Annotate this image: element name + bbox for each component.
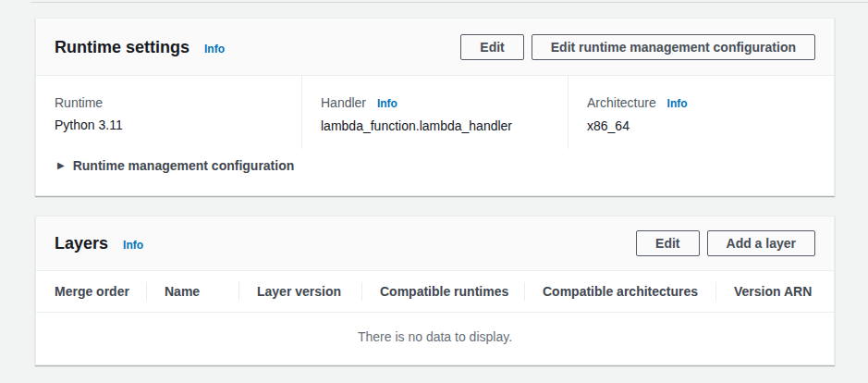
layers-title-wrap: Layers Info — [55, 233, 143, 253]
layers-card-header: Layers Info Edit Add a layer — [36, 216, 834, 271]
column-header-name: Name — [146, 271, 238, 313]
runtime-settings-title-wrap: Runtime settings Info — [55, 37, 225, 57]
layers-actions: Edit Add a layer — [636, 230, 815, 256]
runtime-field: Runtime Python 3.11 — [36, 76, 301, 149]
runtime-settings-card-header: Runtime settings Info Edit Edit runtime … — [36, 19, 834, 76]
empty-state-text: There is no data to display. — [36, 313, 834, 365]
architecture-field: Architecture Info x86_64 — [568, 76, 834, 149]
column-header-version-arn: Version ARN — [715, 271, 834, 313]
handler-field: Handler Info lambda_function.lambda_hand… — [301, 76, 568, 149]
runtime-settings-info-link[interactable]: Info — [204, 43, 225, 56]
layers-title: Layers — [55, 233, 108, 253]
column-header-merge-order: Merge order — [36, 271, 146, 313]
add-a-layer-button[interactable]: Add a layer — [707, 230, 815, 256]
column-header-compatible-runtimes: Compatible runtimes — [361, 271, 524, 313]
layers-table-header-row: Merge order Name Layer version Compatibl… — [36, 271, 834, 313]
runtime-field-value: Python 3.11 — [55, 116, 283, 134]
runtime-settings-title: Runtime settings — [55, 37, 189, 57]
caret-right-icon: ▶ — [57, 161, 65, 170]
runtime-management-configuration-expander-label: Runtime management configuration — [73, 156, 295, 175]
handler-field-value: lambda_function.lambda_handler — [321, 117, 549, 135]
handler-info-link[interactable]: Info — [377, 97, 397, 110]
edit-layers-button[interactable]: Edit — [636, 230, 699, 256]
runtime-settings-actions: Edit Edit runtime management configurati… — [460, 34, 815, 60]
architecture-field-value: x86_64 — [587, 117, 815, 135]
edit-runtime-management-configuration-button[interactable]: Edit runtime management configuration — [532, 34, 815, 60]
architecture-field-label: Architecture — [587, 95, 656, 110]
layers-info-link[interactable]: Info — [123, 239, 143, 252]
architecture-info-link[interactable]: Info — [667, 97, 688, 110]
runtime-settings-fields: Runtime Python 3.11 Handler Info lambda_… — [36, 76, 834, 149]
column-header-layer-version: Layer version — [238, 271, 361, 313]
runtime-settings-card: Runtime settings Info Edit Edit runtime … — [35, 18, 835, 196]
runtime-management-configuration-expander[interactable]: ▶ Runtime management configuration — [36, 149, 312, 195]
top-divider — [31, 2, 868, 3]
layers-card: Layers Info Edit Add a layer Merge order… — [35, 216, 835, 365]
edit-runtime-settings-button[interactable]: Edit — [460, 34, 523, 60]
column-header-compatible-architectures: Compatible architectures — [524, 271, 715, 313]
handler-field-label: Handler — [321, 95, 366, 110]
runtime-field-label: Runtime — [55, 95, 103, 110]
layers-table-empty-row: There is no data to display. — [36, 313, 834, 365]
layers-table: Merge order Name Layer version Compatibl… — [36, 271, 834, 364]
